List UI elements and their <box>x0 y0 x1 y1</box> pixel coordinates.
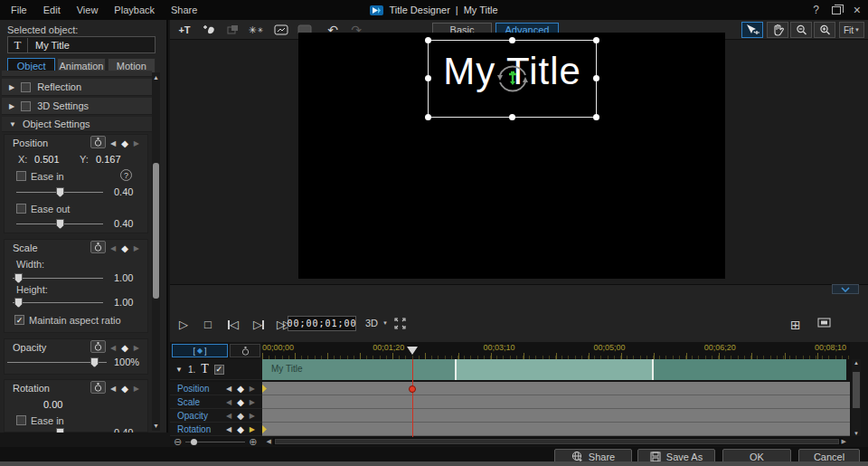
keyframe-mode-button[interactable]: [◆] <box>172 344 228 357</box>
help-button[interactable]: ? <box>813 4 819 16</box>
rotation-ease-in-slider[interactable] <box>16 427 103 433</box>
property-row-position[interactable]: Position ◀ ◆ ▶ <box>170 382 262 395</box>
resize-handle-nw[interactable] <box>425 37 431 43</box>
opacity-keyframe-toggle-icon[interactable] <box>90 340 106 353</box>
timeline-zoom-in-icon[interactable]: ⊕ <box>249 436 257 448</box>
property-label[interactable]: Opacity <box>170 411 226 421</box>
next-keyframe-icon[interactable]: ▶ <box>134 139 139 147</box>
next-keyframe-icon[interactable]: ▶ <box>250 385 255 393</box>
add-keyframe-icon[interactable]: ◆ <box>121 384 128 394</box>
property-label[interactable]: Rotation <box>170 424 226 434</box>
tv-safe-zone-icon[interactable]: ⊞ <box>790 318 801 332</box>
zoom-slider-thumb[interactable] <box>191 439 197 445</box>
previous-frame-button[interactable]: ◁ <box>228 318 239 331</box>
timeline-zoom-slider[interactable] <box>185 442 245 442</box>
position-keyframe-toggle-icon[interactable] <box>90 136 106 148</box>
prev-keyframe-icon[interactable]: ◀ <box>226 425 231 433</box>
prev-keyframe-icon[interactable]: ◀ <box>226 412 231 420</box>
clip-segment-3[interactable] <box>654 359 846 380</box>
preview-canvas[interactable]: My Title <box>298 33 725 279</box>
scale-keyframe-toggle-icon[interactable] <box>90 241 106 253</box>
add-keyframe-icon[interactable]: ◆ <box>237 384 244 394</box>
panel-scrollbar[interactable]: ▲ ▼ <box>152 72 160 431</box>
3d-settings-checkbox[interactable] <box>21 101 31 111</box>
prev-keyframe-icon[interactable]: ◀ <box>110 244 116 252</box>
next-keyframe-icon[interactable]: ▶ <box>250 425 255 433</box>
select-move-tool-icon[interactable] <box>741 22 763 38</box>
position-ease-out-checkbox[interactable] <box>16 204 26 214</box>
add-keyframe-icon[interactable]: ◆ <box>237 411 244 421</box>
insert-text-icon[interactable]: +T <box>175 22 193 38</box>
opacity-slider[interactable] <box>7 357 107 367</box>
property-label[interactable]: Scale <box>170 397 226 407</box>
scale-track[interactable] <box>262 395 850 409</box>
scroll-right-icon[interactable]: ▶ <box>842 438 846 445</box>
prev-keyframe-icon[interactable]: ◀ <box>110 139 116 147</box>
timeline-zoom-out-icon[interactable]: ⊖ <box>174 436 182 448</box>
rotation-widget[interactable] <box>491 57 534 100</box>
rotation-ease-in-checkbox[interactable] <box>16 415 26 425</box>
scale-height-slider[interactable] <box>13 297 103 308</box>
next-keyframe-icon[interactable]: ▶ <box>250 412 255 420</box>
track-header[interactable]: ▼ 1. T ✓ <box>170 359 262 380</box>
menu-playback[interactable]: Playback <box>114 5 155 15</box>
prev-keyframe-icon[interactable]: ◀ <box>226 385 231 393</box>
prev-keyframe-icon[interactable]: ◀ <box>110 344 116 352</box>
position-x-value[interactable]: 0.501 <box>34 154 60 165</box>
rotation-track[interactable] <box>262 423 850 436</box>
next-frame-button[interactable]: ▷ <box>253 318 264 331</box>
position-ease-out-slider[interactable] <box>16 218 103 229</box>
insert-background-icon[interactable] <box>272 22 290 38</box>
effect-wizard-icon[interactable]: ✳✳ <box>247 22 265 38</box>
zoom-in-icon[interactable] <box>814 22 835 38</box>
section-3d-settings[interactable]: ▶ 3D Settings <box>2 98 152 115</box>
position-ease-in-checkbox[interactable] <box>16 171 26 181</box>
track-enable-checkbox[interactable]: ✓ <box>214 365 224 375</box>
position-ease-in-slider[interactable] <box>16 186 103 197</box>
zoom-fit-dropdown[interactable]: Fit ▼ <box>839 22 864 38</box>
property-row-rotation[interactable]: Rotation ◀ ◆ ▶ <box>170 423 262 436</box>
prev-keyframe-icon[interactable]: ◀ <box>226 398 231 406</box>
stopwatch-mode-button[interactable] <box>230 344 260 357</box>
3d-mode-dropdown[interactable]: 3D ▼ <box>365 318 388 328</box>
timecode-display[interactable]: 00;00;01;00 <box>288 316 356 331</box>
resize-handle-se[interactable] <box>593 114 599 120</box>
position-track[interactable] <box>262 382 850 395</box>
scroll-down-icon[interactable]: ▼ <box>152 423 160 429</box>
menu-file[interactable]: File <box>11 5 27 15</box>
ease-help-icon[interactable]: ? <box>120 169 132 181</box>
add-keyframe-icon[interactable]: ◆ <box>237 397 244 407</box>
timeline-vertical-scrollbar[interactable]: ▲ ▼ <box>852 359 861 437</box>
resize-handle-s[interactable] <box>509 114 515 120</box>
expand-icon[interactable]: ▶ <box>9 83 14 91</box>
selection-box[interactable]: My Title <box>428 40 597 118</box>
reflection-checkbox[interactable] <box>21 82 31 92</box>
resize-handle-w[interactable] <box>425 75 431 81</box>
add-keyframe-icon[interactable]: ◆ <box>121 343 128 353</box>
keyframe-start-marker[interactable] <box>262 425 267 433</box>
expand-icon[interactable]: ▶ <box>9 102 14 110</box>
rotation-value[interactable]: 0.00 <box>43 399 62 410</box>
scroll-left-icon[interactable]: ◀ <box>266 438 270 445</box>
add-keyframe-icon[interactable]: ◆ <box>121 243 128 253</box>
playhead-marker[interactable] <box>407 347 418 355</box>
resize-handle-n[interactable] <box>509 37 515 43</box>
scrollbar-thumb[interactable] <box>153 163 159 299</box>
position-keyframe-point[interactable] <box>409 385 416 393</box>
timeline-horizontal-scrollbar[interactable] <box>273 438 843 445</box>
next-keyframe-icon[interactable]: ▶ <box>134 344 139 352</box>
display-area-icon[interactable] <box>817 318 831 328</box>
fullscreen-icon[interactable] <box>394 318 406 329</box>
scroll-up-icon[interactable]: ▲ <box>852 360 861 366</box>
zoom-out-icon[interactable] <box>790 22 812 38</box>
clip-segment-1[interactable]: My Title <box>262 359 457 380</box>
insert-particle-icon[interactable] <box>200 22 218 38</box>
rotation-keyframe-toggle-icon[interactable] <box>90 381 106 394</box>
resize-handle-e[interactable] <box>593 75 599 81</box>
add-keyframe-icon[interactable]: ◆ <box>121 138 128 148</box>
maintain-aspect-checkbox[interactable]: ✓ <box>14 315 24 325</box>
position-y-value[interactable]: 0.167 <box>96 154 121 165</box>
stop-button[interactable]: □ <box>204 318 212 331</box>
menu-view[interactable]: View <box>77 5 99 15</box>
property-label[interactable]: Position <box>170 384 226 394</box>
